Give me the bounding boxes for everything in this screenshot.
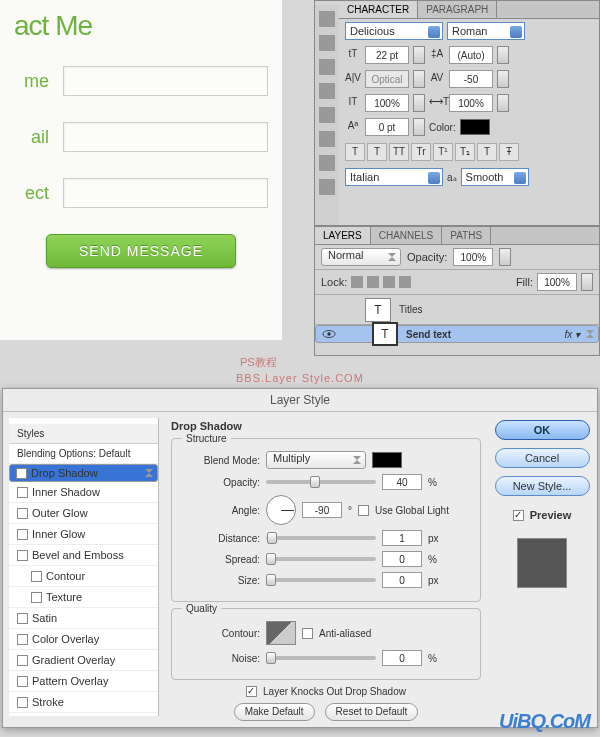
spinner[interactable] <box>413 46 425 64</box>
lock-all-icon[interactable] <box>399 276 411 288</box>
shadow-color-swatch[interactable] <box>372 452 402 468</box>
smallcaps-button[interactable]: Tr <box>411 143 431 161</box>
effect-pattern-overlay[interactable]: Pattern Overlay <box>9 671 158 692</box>
effect-contour[interactable]: Contour <box>9 566 158 587</box>
strikethrough-button[interactable]: Ŧ <box>499 143 519 161</box>
kerning-input[interactable] <box>365 70 409 88</box>
font-style-dropdown[interactable]: Roman <box>447 22 525 40</box>
spinner[interactable] <box>497 94 509 112</box>
new-style-button[interactable]: New Style... <box>495 476 590 496</box>
effect-inner-shadow[interactable]: Inner Shadow <box>9 482 158 503</box>
global-light-checkbox[interactable] <box>358 505 369 516</box>
styles-header[interactable]: Styles <box>9 424 158 444</box>
contour-swatch[interactable] <box>266 621 296 645</box>
superscript-button[interactable]: T¹ <box>433 143 453 161</box>
checkbox-icon[interactable] <box>17 487 28 498</box>
tool-icon[interactable] <box>319 83 335 99</box>
subscript-button[interactable]: T₁ <box>455 143 475 161</box>
vscale-input[interactable] <box>365 94 409 112</box>
knockout-checkbox[interactable] <box>246 686 257 697</box>
tool-icon[interactable] <box>319 131 335 147</box>
spinner[interactable] <box>413 118 425 136</box>
antialiased-checkbox[interactable] <box>302 628 313 639</box>
baseline-input[interactable] <box>365 118 409 136</box>
layer-row[interactable]: T Send text fx ▾ <box>315 325 599 343</box>
tool-icon[interactable] <box>319 107 335 123</box>
spinner[interactable] <box>413 94 425 112</box>
checkbox-icon[interactable] <box>31 571 42 582</box>
effect-stroke[interactable]: Stroke <box>9 692 158 713</box>
panel-toggle-icon[interactable] <box>319 11 335 27</box>
noise-slider[interactable] <box>266 656 376 660</box>
spinner[interactable] <box>581 273 593 291</box>
layer-opacity-input[interactable] <box>453 248 493 266</box>
distance-input[interactable] <box>382 530 422 546</box>
effect-outer-glow[interactable]: Outer Glow <box>9 503 158 524</box>
antialias-dropdown[interactable]: Smooth <box>461 168 529 186</box>
spinner[interactable] <box>497 70 509 88</box>
language-dropdown[interactable]: Italian <box>345 168 443 186</box>
checkbox-icon[interactable] <box>17 697 28 708</box>
spread-slider[interactable] <box>266 557 376 561</box>
preview-checkbox[interactable] <box>513 510 524 521</box>
fx-badge[interactable]: fx ▾ <box>564 329 580 340</box>
checkbox-icon[interactable] <box>17 655 28 666</box>
tool-icon[interactable] <box>319 155 335 171</box>
checkbox-icon[interactable] <box>17 676 28 687</box>
spinner[interactable] <box>413 70 425 88</box>
checkbox-icon[interactable] <box>31 592 42 603</box>
tab-layers[interactable]: LAYERS <box>315 227 371 244</box>
subject-input[interactable] <box>63 178 268 208</box>
hscale-input[interactable] <box>449 94 493 112</box>
angle-dial[interactable] <box>266 495 296 525</box>
allcaps-button[interactable]: TT <box>389 143 409 161</box>
name-input[interactable] <box>63 66 268 96</box>
reset-default-button[interactable]: Reset to Default <box>325 703 419 721</box>
size-slider[interactable] <box>266 578 376 582</box>
effect-gradient-overlay[interactable]: Gradient Overlay <box>9 650 158 671</box>
effect-inner-glow[interactable]: Inner Glow <box>9 524 158 545</box>
tool-icon[interactable] <box>319 59 335 75</box>
spread-input[interactable] <box>382 551 422 567</box>
font-family-dropdown[interactable]: Delicious <box>345 22 443 40</box>
opacity-input[interactable] <box>382 474 422 490</box>
checkbox-icon[interactable] <box>17 613 28 624</box>
faux-italic-button[interactable]: T <box>367 143 387 161</box>
email-input[interactable] <box>63 122 268 152</box>
lock-transparent-icon[interactable] <box>351 276 363 288</box>
tool-icon[interactable] <box>319 35 335 51</box>
lock-pixels-icon[interactable] <box>367 276 379 288</box>
checkbox-icon[interactable] <box>17 634 28 645</box>
angle-input[interactable] <box>302 502 342 518</box>
checkbox-icon[interactable] <box>17 529 28 540</box>
leading-input[interactable] <box>449 46 493 64</box>
font-size-input[interactable] <box>365 46 409 64</box>
blend-mode-dropdown[interactable]: Normal <box>321 248 401 266</box>
text-color-swatch[interactable] <box>460 119 490 135</box>
effect-drop-shadow[interactable]: Drop Shadow <box>9 464 158 482</box>
make-default-button[interactable]: Make Default <box>234 703 315 721</box>
spinner[interactable] <box>497 46 509 64</box>
tracking-input[interactable] <box>449 70 493 88</box>
effect-bevel-emboss[interactable]: Bevel and Emboss <box>9 545 158 566</box>
ok-button[interactable]: OK <box>495 420 590 440</box>
distance-slider[interactable] <box>266 536 376 540</box>
effect-texture[interactable]: Texture <box>9 587 158 608</box>
effect-satin[interactable]: Satin <box>9 608 158 629</box>
checkbox-icon[interactable] <box>17 550 28 561</box>
checkbox-icon[interactable] <box>16 468 27 479</box>
tab-character[interactable]: CHARACTER <box>339 1 418 18</box>
visibility-icon[interactable] <box>322 327 336 341</box>
cancel-button[interactable]: Cancel <box>495 448 590 468</box>
spinner[interactable] <box>499 248 511 266</box>
underline-button[interactable]: T <box>477 143 497 161</box>
checkbox-icon[interactable] <box>17 508 28 519</box>
faux-bold-button[interactable]: T <box>345 143 365 161</box>
tool-icon[interactable] <box>319 179 335 195</box>
size-input[interactable] <box>382 572 422 588</box>
tab-paragraph[interactable]: PARAGRAPH <box>418 1 497 18</box>
lock-position-icon[interactable] <box>383 276 395 288</box>
effect-color-overlay[interactable]: Color Overlay <box>9 629 158 650</box>
layer-fill-input[interactable] <box>537 273 577 291</box>
send-message-button[interactable]: SEND MESSAGE <box>46 234 236 268</box>
